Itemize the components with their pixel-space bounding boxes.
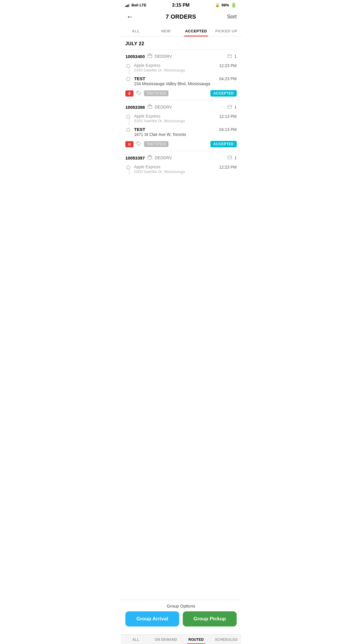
time-label: 3:15 PM [172,3,189,8]
dest-name: TEST [134,127,216,132]
stop-indicator-dest [125,127,131,132]
tab-accepted[interactable]: ACCEPTED [181,25,211,36]
dest-time: 04:13 PM [219,127,237,132]
stop-origin: Apple Express 5300 Satellite Dr, Mississ… [125,114,237,126]
lock-icon: 🔒 [215,3,220,7]
dest-info: TEST 234 Mississauga Valley Blvd, Missis… [134,76,216,86]
order-footer: 0 TKK737316 ACCEPTED [125,141,237,147]
vendor-icon [147,104,152,110]
stop-indicator [125,164,131,175]
order-footer: 0 TKK737316 ACCEPTED [125,90,237,97]
stop-circle-dest [126,77,130,81]
origin-time: 12:23 PM [219,164,237,169]
origin-time: 12:13 PM [219,114,237,119]
svg-point-3 [138,92,138,92]
origin-address: 5300 Satellite Dr, Mississauga [134,169,216,174]
origin-address: 5300 Satellite Dr, Mississauga [134,68,216,72]
order-header: 10053398 DEDDRV 1 [125,104,237,110]
stop-circle [126,64,130,68]
stop-origin: Apple Express 5300 Satellite Dr, Mississ… [125,164,237,175]
vendor-icon [147,155,152,161]
order-id: 10053398 [125,105,145,110]
stop-info: Apple Express 5300 Satellite Dr, Mississ… [134,164,216,174]
stop-circle-dest [126,128,130,132]
svg-point-7 [138,143,138,143]
stop-circle [126,115,130,119]
package-count: 1 [234,54,237,59]
network-type-label: LTE [140,3,147,7]
status-right: 🔒 99% 🔋 [215,2,237,8]
order-vendor: DEDDRV [155,105,225,109]
stop-info: Apple Express 5300 Satellite Dr, Mississ… [134,114,216,123]
status-left: Bell LTE [125,3,146,7]
stop-destination: TEST 234 Mississauga Valley Blvd, Missis… [125,76,237,86]
dest-address: 234 Mississauga Valley Blvd, Mississauga [134,81,216,86]
stop-circle [126,165,130,169]
top-nav: ← 7 ORDERS Sort [121,9,241,25]
stop-info: Apple Express 5300 Satellite Dr, Mississ… [134,63,216,72]
order-vendor: DEDDRV [155,155,225,160]
count-badge: 0 [125,90,133,97]
order-id: 10053397 [125,155,145,160]
order-card[interactable]: 10053398 DEDDRV 1 [121,100,241,151]
route-stops: Apple Express 5300 Satellite Dr, Mississ… [125,114,237,138]
stop-dashes [127,120,129,125]
battery-icon: 🔋 [231,2,237,8]
origin-name: Apple Express [134,164,216,169]
tab-all[interactable]: ALL [121,25,151,36]
package-count: 1 [234,155,237,160]
origin-address: 5300 Satellite Dr, Mississauga [134,119,216,123]
count-badge: 0 [125,141,133,147]
route-stops: Apple Express 5300 Satellite Dr, Mississ… [125,164,237,176]
stop-origin: Apple Express 5300 Satellite Dr, Mississ… [125,63,237,75]
stop-dashes [127,170,129,174]
order-header: 10053397 DEDDRV 1 [125,155,237,161]
sort-button[interactable]: Sort [227,14,237,20]
stop-indicator-dest [125,76,131,81]
svg-rect-5 [228,105,232,108]
stop-dashes [127,69,129,74]
battery-percent-label: 99% [222,3,229,7]
svg-rect-1 [228,54,232,57]
status-badge: ACCEPTED [210,141,237,147]
order-id: 10053400 [125,54,145,59]
status-badge: ACCEPTED [210,90,237,97]
tag-icon [136,141,141,147]
package-icon [227,54,232,59]
section-date: JULY 22 [121,36,241,49]
page-title: 7 ORDERS [166,13,196,20]
package-icon [227,155,232,161]
vendor-icon [147,53,152,60]
order-card[interactable]: 10053400 DEDDRV 1 [121,49,241,100]
origin-name: Apple Express [134,114,216,118]
svg-rect-9 [228,156,232,159]
tab-new[interactable]: NEW [151,25,181,36]
dest-address: 1671 St Clair Ave W, Toronto [134,132,216,137]
status-bar: Bell LTE 3:15 PM 🔒 99% 🔋 [121,0,241,9]
signal-icon [125,4,130,7]
tag-code: TKK737316 [144,141,168,147]
order-header: 10053400 DEDDRV 1 [125,53,237,60]
tag-icon [136,91,141,96]
dest-name: TEST [134,76,216,81]
order-vendor: DEDDRV [155,54,225,59]
dest-time: 04:23 PM [219,76,237,81]
package-icon [227,104,232,110]
tab-bar: ALL NEW ACCEPTED PICKED UP [121,25,241,36]
origin-name: Apple Express [134,63,216,68]
scroll-content: JULY 22 10053400 DEDDRV 1 [121,36,241,226]
route-stops: Apple Express 5300 Satellite Dr, Mississ… [125,63,237,87]
dest-info: TEST 1671 St Clair Ave W, Toronto [134,127,216,137]
stop-destination: TEST 1671 St Clair Ave W, Toronto 04:13 … [125,127,237,137]
stop-indicator [125,63,131,75]
order-card[interactable]: 10053397 DEDDRV 1 [121,151,241,180]
origin-time: 12:23 PM [219,63,237,68]
package-count: 1 [234,105,237,109]
back-button[interactable]: ← [125,11,135,22]
stop-indicator [125,114,131,126]
tab-picked-up[interactable]: PICKED UP [211,25,242,36]
carrier-label: Bell [131,3,138,7]
tag-code: TKK737316 [144,90,168,96]
